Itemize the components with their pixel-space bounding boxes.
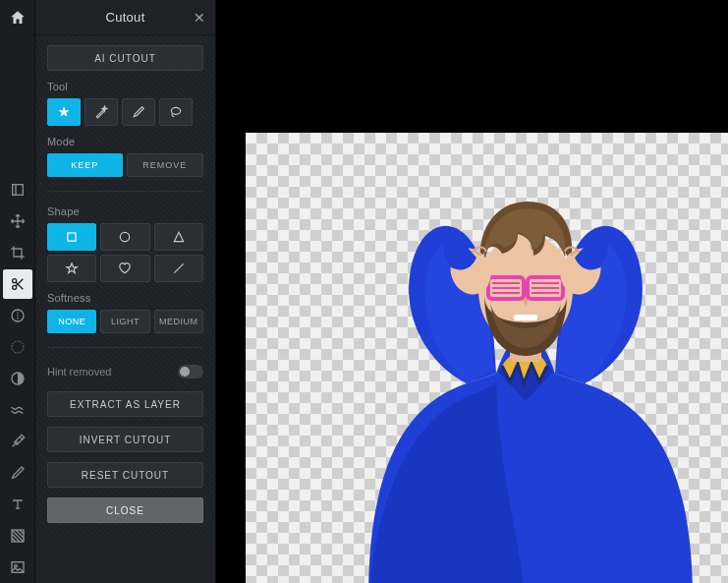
close-icon[interactable]: ✕ — [194, 10, 205, 26]
extract-layer-button[interactable]: EXTRACT AS LAYER — [47, 391, 203, 417]
tool-brush-icon[interactable] — [122, 98, 155, 126]
shape-square-icon[interactable] — [47, 223, 96, 251]
transparency-background — [246, 133, 728, 583]
shape-circle-icon[interactable] — [100, 223, 149, 251]
invert-cutout-button[interactable]: INVERT CUTOUT — [47, 427, 203, 452]
main-toolbar — [0, 0, 35, 583]
divider — [47, 191, 203, 192]
tool-crop[interactable] — [3, 238, 32, 267]
subject-image — [270, 88, 728, 583]
svg-point-11 — [121, 232, 130, 241]
softness-section-label: Softness — [47, 292, 203, 304]
panel-title: Cutout — [105, 10, 144, 25]
softness-medium-button[interactable]: MEDIUM — [154, 310, 203, 333]
tool-cutout[interactable] — [3, 269, 32, 299]
shape-heart-icon[interactable] — [100, 255, 149, 282]
hint-removed-toggle[interactable] — [178, 365, 203, 379]
shape-triangle-icon[interactable] — [154, 223, 203, 251]
svg-point-9 — [171, 107, 180, 114]
canvas-area[interactable] — [216, 0, 728, 583]
softness-none-button[interactable]: NONE — [47, 310, 96, 333]
tool-dropper[interactable] — [3, 427, 32, 456]
mode-keep-button[interactable]: KEEP — [47, 153, 123, 177]
svg-rect-10 — [68, 233, 76, 241]
tool-wand-icon[interactable] — [84, 98, 118, 126]
mode-section-label: Mode — [47, 136, 203, 147]
tool-wave[interactable] — [3, 395, 32, 425]
cutout-panel: Cutout ✕ AI CUTOUT Tool Mode KEEP REMOVE… — [35, 0, 216, 583]
ai-cutout-button[interactable]: AI CUTOUT — [47, 45, 203, 71]
mode-remove-button[interactable]: REMOVE — [127, 153, 204, 177]
shape-line-icon[interactable] — [154, 255, 203, 282]
close-button[interactable]: CLOSE — [47, 497, 203, 523]
home-icon[interactable] — [6, 6, 29, 29]
tool-lasso-icon[interactable] — [159, 98, 193, 126]
shape-star-icon[interactable] — [47, 255, 96, 282]
tool-text[interactable] — [3, 490, 32, 519]
tool-brush[interactable] — [3, 458, 32, 488]
tool-contrast[interactable] — [3, 364, 32, 393]
svg-rect-14 — [514, 315, 537, 321]
softness-light-button[interactable]: LIGHT — [100, 310, 149, 333]
tool-move[interactable] — [3, 206, 32, 236]
divider — [47, 347, 203, 348]
reset-cutout-button[interactable]: RESET CUTOUT — [47, 462, 203, 488]
hint-removed-label: Hint removed — [47, 366, 111, 378]
tool-crop-alt[interactable] — [3, 175, 32, 204]
tool-blur[interactable] — [3, 332, 32, 362]
tool-star-icon[interactable] — [47, 98, 81, 126]
svg-point-4 — [12, 341, 24, 353]
svg-point-8 — [14, 564, 17, 567]
panel-header: Cutout ✕ — [35, 0, 215, 35]
tool-adjust[interactable] — [3, 301, 32, 330]
tool-pattern[interactable] — [3, 521, 32, 551]
svg-rect-0 — [12, 185, 23, 196]
shape-section-label: Shape — [47, 205, 203, 217]
tool-section-label: Tool — [47, 81, 203, 92]
tool-image[interactable] — [3, 553, 32, 582]
